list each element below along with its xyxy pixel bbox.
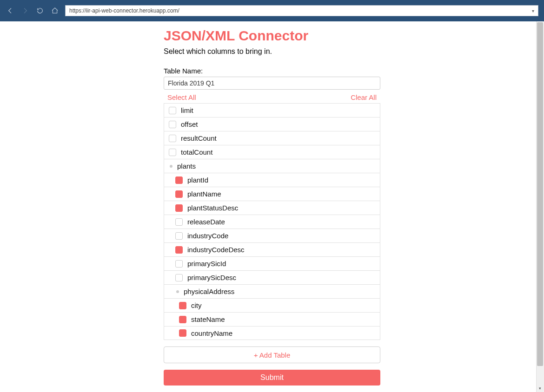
tree-row: plantName <box>164 187 380 201</box>
tree-item-label: plantId <box>187 176 208 184</box>
table-name-input[interactable] <box>164 77 380 90</box>
submit-button[interactable]: Submit <box>164 370 380 385</box>
tree-item-label: industryCode <box>187 232 228 240</box>
checkbox[interactable] <box>169 149 176 156</box>
browser-toolbar: https://iir-api-web-connector.herokuapp.… <box>0 0 544 21</box>
scrollbar[interactable]: ▾ <box>536 21 544 392</box>
clear-all-link[interactable]: Clear All <box>351 93 377 101</box>
checkbox[interactable] <box>175 176 183 184</box>
url-text: https://iir-api-web-connector.herokuapp.… <box>69 7 532 14</box>
tree-row: totalCount <box>164 145 380 159</box>
back-icon[interactable] <box>6 6 15 15</box>
add-table-button[interactable]: + Add Table <box>164 346 380 363</box>
checkbox[interactable] <box>175 190 183 198</box>
page-content: JSON/XML Connector Select which columns … <box>164 21 380 392</box>
viewport: JSON/XML Connector Select which columns … <box>0 21 544 392</box>
checkbox[interactable] <box>175 218 183 226</box>
tree-row: primarySicId <box>164 256 380 270</box>
refresh-icon[interactable] <box>35 6 45 15</box>
tree-item-label: plantStatusDesc <box>187 204 238 212</box>
tree-row: countryName <box>164 326 380 340</box>
checkbox[interactable] <box>175 246 183 254</box>
add-table-label: + Add Table <box>254 351 291 359</box>
submit-label: Submit <box>260 373 284 382</box>
column-tree: limitoffsetresultCounttotalCountplantspl… <box>164 103 380 340</box>
tree-row: stateName <box>164 312 380 326</box>
tree-row: plants <box>164 159 380 173</box>
checkbox[interactable] <box>169 121 176 128</box>
tree-item-label: totalCount <box>181 148 212 156</box>
tree-item-label: primarySicId <box>187 260 226 268</box>
table-name-label: Table Name: <box>164 67 380 75</box>
chevron-down-icon[interactable]: ▾ <box>532 8 534 13</box>
tree-row: plantStatusDesc <box>164 201 380 215</box>
tree-item-label: primarySicDesc <box>187 274 236 281</box>
checkbox[interactable] <box>175 232 183 240</box>
tree-item-label: industryCodeDesc <box>187 246 245 254</box>
tree-row: releaseDate <box>164 215 380 229</box>
group-bullet-icon <box>170 165 172 168</box>
tree-item-label: resultCount <box>181 134 217 142</box>
page-title: JSON/XML Connector <box>164 28 380 44</box>
checkbox[interactable] <box>169 135 176 142</box>
scroll-down-icon[interactable]: ▾ <box>536 384 544 392</box>
select-all-link[interactable]: Select All <box>167 93 196 101</box>
tree-row: limit <box>164 103 380 117</box>
checkbox[interactable] <box>175 204 183 212</box>
scrollbar-thumb[interactable] <box>537 22 543 366</box>
checkbox[interactable] <box>175 260 183 268</box>
tree-row: resultCount <box>164 131 380 145</box>
forward-icon <box>20 6 30 15</box>
tree-row: industryCode <box>164 229 380 242</box>
tree-row: primarySicDesc <box>164 270 380 284</box>
links-row: Select All Clear All <box>164 93 380 101</box>
group-bullet-icon <box>176 290 179 293</box>
checkbox[interactable] <box>175 274 183 281</box>
tree-item-label: limit <box>181 106 193 114</box>
tree-row: offset <box>164 117 380 131</box>
tree-item-label: plantName <box>187 190 221 198</box>
home-icon[interactable] <box>50 6 60 15</box>
checkbox[interactable] <box>179 329 186 337</box>
tree-row: plantId <box>164 173 380 187</box>
checkbox[interactable] <box>179 316 186 323</box>
page-subtitle: Select which columns to bring in. <box>164 47 380 56</box>
tree-row: physicalAddress <box>164 284 380 298</box>
tree-item-label: releaseDate <box>187 218 225 226</box>
tree-item-label: offset <box>181 120 198 128</box>
tree-item-label: countryName <box>191 329 232 337</box>
tree-item-label: city <box>191 301 202 309</box>
tree-item-label: stateName <box>191 315 225 323</box>
tree-row: city <box>164 298 380 312</box>
address-bar[interactable]: https://iir-api-web-connector.herokuapp.… <box>65 5 538 16</box>
tree-item-label: plants <box>177 162 196 170</box>
tree-row: industryCodeDesc <box>164 242 380 256</box>
checkbox[interactable] <box>179 302 186 309</box>
checkbox[interactable] <box>169 107 176 114</box>
tree-item-label: physicalAddress <box>184 287 234 295</box>
